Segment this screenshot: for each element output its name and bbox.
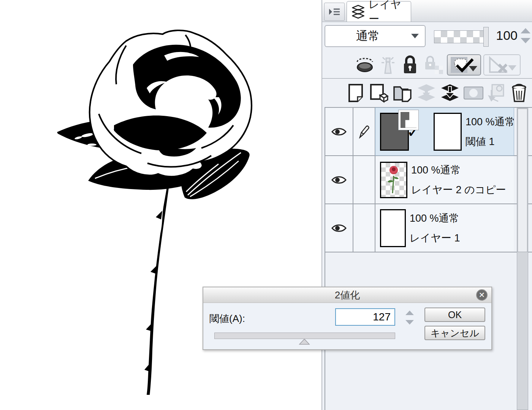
layer-row-layer1[interactable]: 100 %通常 レイヤー 1 bbox=[325, 204, 532, 252]
correction-layer-thumbnail[interactable] bbox=[380, 113, 409, 151]
ok-button-label: OK bbox=[448, 309, 462, 320]
apply-mask-button[interactable] bbox=[486, 83, 508, 103]
app-window: レイヤー 通常 100 bbox=[0, 0, 532, 410]
reference-layer-button[interactable] bbox=[377, 55, 399, 75]
new-layer-icon bbox=[347, 83, 364, 103]
spin-down-icon bbox=[405, 319, 415, 325]
threshold-slider-handle[interactable] bbox=[299, 338, 310, 347]
new-vector-layer-button[interactable] bbox=[368, 83, 390, 103]
rose-layer-thumbnail[interactable] bbox=[380, 162, 407, 198]
layer-mask-icon bbox=[463, 85, 484, 101]
layer-name: レイヤー 2 のコピー bbox=[411, 183, 506, 197]
eye-icon bbox=[331, 223, 347, 233]
merge-down-icon bbox=[440, 84, 460, 102]
pen-icon bbox=[358, 125, 370, 139]
layer-list-scrollbar[interactable] bbox=[517, 108, 528, 410]
layer-list: ✓ 100 %通常 閾値 1 bbox=[325, 107, 532, 410]
lock-transparent-pixels-button[interactable] bbox=[421, 55, 447, 75]
ruler-x-icon bbox=[486, 55, 518, 74]
binarization-badge-icon bbox=[399, 110, 418, 130]
edit-target-indicator bbox=[353, 108, 375, 155]
cancel-button[interactable]: キャンセル bbox=[424, 326, 485, 340]
layer-row-content[interactable]: ✓ 100 %通常 閾値 1 bbox=[375, 108, 514, 155]
layer-action-toolbar bbox=[322, 78, 532, 107]
eye-icon bbox=[331, 175, 347, 185]
layer-row-rose-copy[interactable]: 100 %通常 レイヤー 2 のコピー bbox=[325, 156, 532, 204]
opacity-stepper[interactable] bbox=[520, 27, 531, 44]
lock-transparent-icon bbox=[423, 55, 445, 75]
spin-up-icon bbox=[520, 27, 531, 34]
delete-layer-button[interactable] bbox=[510, 83, 529, 103]
layer-row-content[interactable]: 100 %通常 レイヤー 1 bbox=[375, 204, 514, 252]
threshold-label: 閾値(A): bbox=[209, 312, 245, 325]
layer-name: 閾値 1 bbox=[466, 135, 512, 148]
visibility-toggle[interactable] bbox=[325, 204, 353, 252]
dialog-title: 2値化 bbox=[335, 289, 360, 302]
mask-check-icon bbox=[449, 55, 479, 74]
layer-property-toolbar bbox=[322, 52, 532, 78]
eye-icon bbox=[331, 126, 347, 137]
edit-target-indicator bbox=[353, 204, 375, 252]
tab-layers[interactable]: レイヤー bbox=[347, 1, 411, 22]
visibility-toggle[interactable] bbox=[325, 108, 353, 155]
dialog-title-bar[interactable]: 2値化 ✕ bbox=[203, 287, 491, 303]
spin-up-icon bbox=[405, 310, 415, 316]
spin-down-icon bbox=[520, 37, 531, 44]
new-vector-layer-icon bbox=[369, 83, 389, 103]
layer-blend-info: 100 %通常 bbox=[411, 163, 506, 177]
opacity-value: 100 bbox=[492, 28, 518, 43]
cancel-button-label: キャンセル bbox=[431, 327, 479, 339]
threshold-input[interactable] bbox=[335, 308, 395, 326]
clip-icon bbox=[354, 56, 375, 74]
clip-at-layer-below-button[interactable] bbox=[352, 56, 377, 74]
dialog-body: 閾値(A): OK キャンセル bbox=[203, 303, 491, 350]
edit-target-indicator bbox=[353, 156, 375, 203]
blend-mode-select[interactable]: 通常 bbox=[325, 25, 426, 47]
layer-blend-info: 100 %通常 bbox=[466, 115, 512, 129]
apply-mask-icon bbox=[487, 83, 507, 103]
blend-row: 通常 100 bbox=[322, 22, 532, 52]
ok-button[interactable]: OK bbox=[424, 308, 485, 322]
new-folder-button[interactable] bbox=[392, 83, 414, 103]
slider-handle-icon bbox=[299, 338, 310, 345]
lock-icon bbox=[402, 55, 418, 75]
layer-name: レイヤー 1 bbox=[410, 231, 460, 245]
binarization-dialog: 2値化 ✕ 閾値(A): OK キャンセル bbox=[203, 287, 492, 350]
blend-mode-value: 通常 bbox=[325, 28, 410, 44]
dialog-close-button[interactable]: ✕ bbox=[476, 289, 488, 301]
white-layer-thumbnail[interactable] bbox=[380, 209, 406, 247]
layer-blend-info: 100 %通常 bbox=[410, 211, 460, 225]
layer-row-threshold[interactable]: ✓ 100 %通常 閾値 1 bbox=[325, 108, 532, 156]
transfer-down-icon bbox=[416, 84, 437, 102]
mini-rose-icon bbox=[385, 164, 402, 196]
transfer-to-lower-button[interactable] bbox=[415, 84, 437, 102]
opacity-slider[interactable] bbox=[434, 30, 486, 43]
lock-layer-button[interactable] bbox=[399, 55, 421, 75]
close-icon: ✕ bbox=[479, 290, 485, 300]
enable-mask-button[interactable] bbox=[447, 54, 481, 76]
merge-down-button[interactable] bbox=[439, 84, 461, 102]
visibility-toggle[interactable] bbox=[325, 156, 353, 203]
new-raster-layer-button[interactable] bbox=[345, 83, 367, 103]
chevron-down-icon bbox=[410, 33, 420, 39]
trash-icon bbox=[510, 83, 528, 103]
layer-mask-thumbnail[interactable] bbox=[434, 113, 462, 151]
new-folder-icon bbox=[393, 83, 413, 103]
threshold-stepper[interactable] bbox=[405, 310, 415, 325]
create-mask-button[interactable] bbox=[462, 85, 484, 101]
lighthouse-icon bbox=[380, 55, 396, 75]
layer-row-content[interactable]: 100 %通常 レイヤー 2 のコピー bbox=[375, 156, 514, 203]
panel-menu-icon bbox=[328, 6, 341, 17]
threshold-slider-track[interactable] bbox=[214, 333, 395, 339]
opacity-slider-handle[interactable] bbox=[483, 27, 489, 47]
panel-menu-button[interactable] bbox=[324, 3, 345, 21]
scrollbar-thumb[interactable] bbox=[518, 109, 527, 252]
layers-icon bbox=[351, 3, 366, 20]
panel-tab-bar: レイヤー bbox=[322, 0, 532, 22]
ruler-button[interactable] bbox=[483, 54, 521, 76]
